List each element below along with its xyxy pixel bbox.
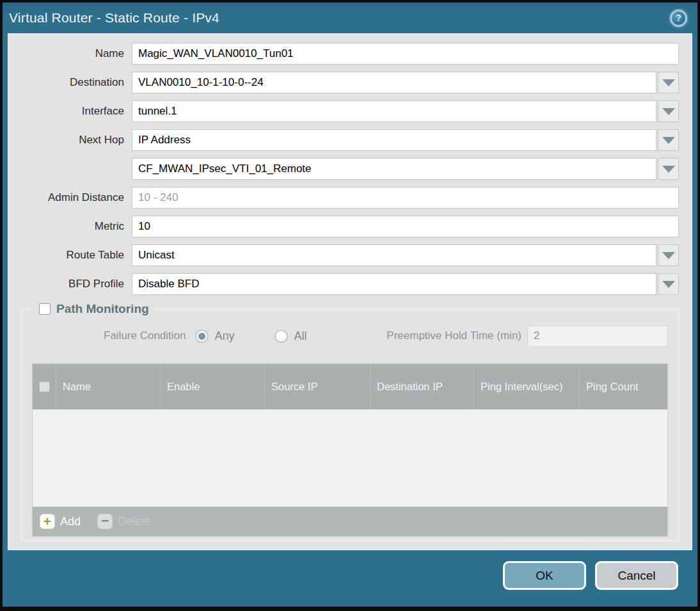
select-all-cell xyxy=(33,364,56,409)
cancel-button[interactable]: Cancel xyxy=(595,561,678,590)
metric-input[interactable] xyxy=(132,216,679,237)
chevron-down-icon xyxy=(662,137,675,144)
preemptive-hold-time-label: Preemptive Hold Time (min) xyxy=(386,329,521,342)
add-button-label: Add xyxy=(60,515,81,528)
next-hop-type-input[interactable] xyxy=(132,129,656,151)
dialog-titlebar: Virtual Router - Static Route - IPv4 ? xyxy=(3,3,697,33)
failure-condition-all-radio[interactable] xyxy=(274,329,288,343)
destination-dropdown-button[interactable] xyxy=(658,72,679,93)
path-monitoring-legend: Path Monitoring xyxy=(35,302,154,316)
form-row-destination: Destination xyxy=(8,72,679,93)
form-row-bfd-profile: BFD Profile xyxy=(8,273,679,295)
bfd-profile-dropdown-button[interactable] xyxy=(658,273,679,295)
path-monitoring-table: Name Enable Source IP Destination IP Pin… xyxy=(32,363,668,537)
column-header-ping-interval: Ping Interval(sec) xyxy=(474,364,580,409)
next-hop-address-input[interactable] xyxy=(132,158,656,180)
failure-condition-label: Failure Condition xyxy=(104,329,186,342)
bfd-profile-label: BFD Profile xyxy=(8,278,132,290)
column-header-name: Name xyxy=(56,364,161,409)
destination-input[interactable] xyxy=(132,72,656,93)
path-monitoring-checkbox[interactable] xyxy=(39,303,51,315)
minus-icon xyxy=(97,514,113,529)
form-row-interface: Interface xyxy=(8,100,679,122)
form-row-route-table: Route Table xyxy=(8,244,679,266)
route-table-input[interactable] xyxy=(132,244,656,266)
destination-label: Destination xyxy=(8,76,132,89)
interface-input[interactable] xyxy=(132,100,656,122)
delete-button-label: Delete xyxy=(118,515,151,528)
chevron-down-icon xyxy=(662,252,675,259)
chevron-down-icon xyxy=(662,108,675,115)
form-row-admin-distance: Admin Distance xyxy=(8,187,679,209)
admin-distance-label: Admin Distance xyxy=(8,191,132,204)
form-row-next-hop: Next Hop xyxy=(8,129,679,151)
column-header-source-ip: Source IP xyxy=(265,364,370,409)
next-hop-label: Next Hop xyxy=(8,134,132,147)
form-row-name: Name xyxy=(8,43,679,65)
interface-label: Interface xyxy=(8,105,132,118)
admin-distance-input[interactable] xyxy=(132,187,679,209)
table-footer: Add Delete xyxy=(33,507,667,536)
table-header: Name Enable Source IP Destination IP Pin… xyxy=(33,364,667,409)
ok-button[interactable]: OK xyxy=(503,561,586,590)
failure-condition-any-label: Any xyxy=(215,329,235,343)
help-icon[interactable]: ? xyxy=(670,10,687,27)
interface-dropdown-button[interactable] xyxy=(658,100,679,122)
name-label: Name xyxy=(8,47,132,60)
bfd-profile-input[interactable] xyxy=(132,273,656,295)
failure-condition-any-radio[interactable] xyxy=(195,329,209,343)
static-route-dialog: Virtual Router - Static Route - IPv4 ? N… xyxy=(0,0,700,611)
dialog-footer: OK Cancel xyxy=(3,550,697,607)
route-table-label: Route Table xyxy=(8,249,132,262)
column-header-ping-count: Ping Count xyxy=(580,364,667,409)
route-table-dropdown-button[interactable] xyxy=(658,244,679,266)
column-header-destination-ip: Destination IP xyxy=(370,364,474,409)
chevron-down-icon xyxy=(662,166,675,173)
dialog-title: Virtual Router - Static Route - IPv4 xyxy=(9,10,219,26)
next-hop-address-dropdown-button[interactable] xyxy=(658,158,679,180)
column-header-enable: Enable xyxy=(161,364,265,409)
next-hop-type-dropdown-button[interactable] xyxy=(658,129,679,151)
preemptive-hold-time-input[interactable] xyxy=(527,326,668,347)
name-input[interactable] xyxy=(132,43,679,65)
help-icon-glyph: ? xyxy=(672,12,685,25)
select-all-checkbox[interactable] xyxy=(39,381,50,392)
add-button[interactable]: Add xyxy=(40,514,81,529)
delete-button[interactable]: Delete xyxy=(97,514,151,529)
table-body-empty xyxy=(33,409,667,507)
chevron-down-icon xyxy=(662,79,675,86)
metric-label: Metric xyxy=(8,220,132,233)
form-row-next-hop-address xyxy=(8,158,679,180)
path-monitoring-label: Path Monitoring xyxy=(56,302,149,316)
failure-condition-all-label: All xyxy=(294,329,307,343)
chevron-down-icon xyxy=(662,281,675,288)
dialog-content: Name Destination Interface xyxy=(8,33,692,550)
path-monitoring-controls: Failure Condition Any All Preemptive Hol… xyxy=(32,324,668,348)
path-monitoring-section: Path Monitoring Failure Condition Any Al… xyxy=(21,302,679,541)
plus-icon xyxy=(40,514,55,529)
form-row-metric: Metric xyxy=(8,216,679,237)
